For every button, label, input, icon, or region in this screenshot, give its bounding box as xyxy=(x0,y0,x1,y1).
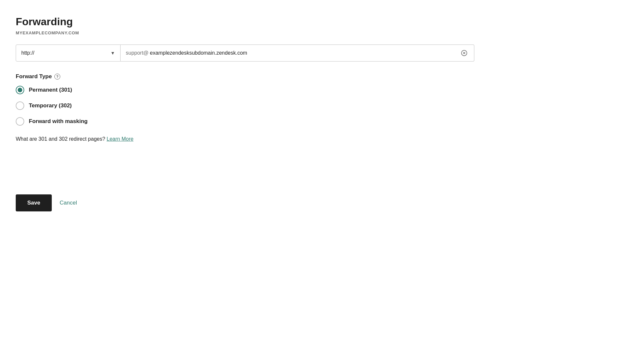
radio-button-masking[interactable] xyxy=(16,117,24,126)
url-input[interactable] xyxy=(150,50,460,56)
save-button[interactable]: Save xyxy=(16,194,52,211)
radio-label-temporary: Temporary (302) xyxy=(29,102,72,109)
protocol-dropdown[interactable]: http:// ▼ xyxy=(16,45,121,62)
radio-inner-permanent xyxy=(18,88,22,92)
radio-option-permanent[interactable]: Permanent (301) xyxy=(16,86,628,94)
domain-label: MYEXAMPLECOMPANY.COM xyxy=(16,30,628,35)
page-title: Forwarding xyxy=(16,16,628,28)
footer-actions: Save Cancel xyxy=(16,194,628,211)
forward-type-section: Forward Type ? Permanent (301) Temporary… xyxy=(16,73,628,126)
url-prefix: support@ xyxy=(126,50,149,56)
redirect-info-text: What are 301 and 302 redirect pages? xyxy=(16,136,105,142)
radio-button-permanent[interactable] xyxy=(16,86,24,94)
redirect-info: What are 301 and 302 redirect pages? Lea… xyxy=(16,136,628,142)
radio-option-masking[interactable]: Forward with masking xyxy=(16,117,628,126)
protocol-value: http:// xyxy=(21,50,34,56)
radio-button-temporary[interactable] xyxy=(16,101,24,110)
cancel-button[interactable]: Cancel xyxy=(60,200,77,206)
url-input-container: support@ xyxy=(121,45,474,62)
learn-more-link[interactable]: Learn More xyxy=(107,136,134,142)
radio-option-temporary[interactable]: Temporary (302) xyxy=(16,101,628,110)
radio-label-permanent: Permanent (301) xyxy=(29,87,72,93)
close-circle-icon xyxy=(461,50,467,56)
chevron-down-icon: ▼ xyxy=(110,50,115,56)
radio-label-masking: Forward with masking xyxy=(29,118,87,125)
url-row: http:// ▼ support@ xyxy=(16,45,474,62)
forward-type-heading: Forward Type ? xyxy=(16,73,628,80)
forward-type-label: Forward Type xyxy=(16,73,52,80)
help-icon[interactable]: ? xyxy=(54,74,60,80)
clear-icon-button[interactable] xyxy=(460,48,469,58)
